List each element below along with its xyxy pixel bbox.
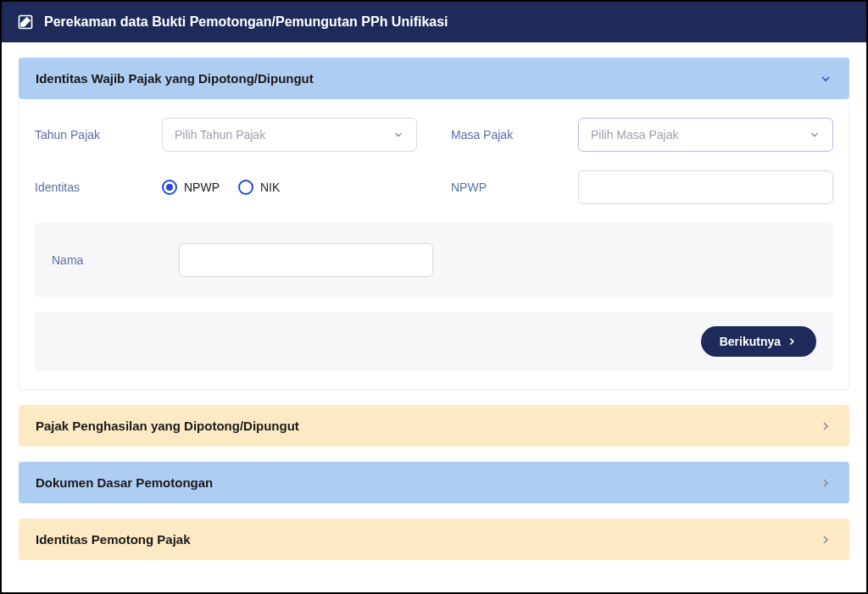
- accordion-title: Identitas Wajib Pajak yang Dipotong/Dipu…: [36, 71, 314, 86]
- label-nama: Nama: [52, 253, 179, 267]
- page-title: Perekaman data Bukti Pemotongan/Pemungut…: [44, 14, 448, 30]
- accordion-pph-dipotong: Pajak Penghasilan yang Dipotong/Dipungut: [19, 405, 849, 447]
- next-button[interactable]: Berikutnya: [701, 326, 816, 357]
- panel-identitas-wp: Tahun Pajak Pilih Tahun Pajak Masa Pajak…: [19, 99, 849, 390]
- accordion-dokumen-dasar: Dokumen Dasar Pemotongan: [19, 462, 849, 503]
- label-tahun-pajak: Tahun Pajak: [35, 128, 162, 142]
- subsection-nama: Nama: [35, 223, 833, 297]
- accordion-header-dokumen-dasar[interactable]: Dokumen Dasar Pemotongan: [19, 462, 849, 503]
- field-nama: Nama: [52, 243, 816, 277]
- accordion-title: Dokumen Dasar Pemotongan: [36, 475, 213, 490]
- select-tahun-pajak[interactable]: Pilih Tahun Pajak: [162, 118, 417, 152]
- accordion-header-identitas-pemotong[interactable]: Identitas Pemotong Pajak: [19, 519, 849, 560]
- radio-indicator: [238, 180, 253, 195]
- field-identitas: Identitas NPWP NIK: [35, 170, 417, 204]
- accordion-header-identitas-wp[interactable]: Identitas Wajib Pajak yang Dipotong/Dipu…: [19, 58, 849, 99]
- radio-npwp[interactable]: NPWP: [162, 180, 220, 195]
- select-placeholder: Pilih Tahun Pajak: [175, 128, 265, 142]
- accordion-title: Pajak Penghasilan yang Dipotong/Dipungut: [36, 419, 299, 433]
- chevron-right-icon: [786, 336, 798, 347]
- select-placeholder: Pilih Masa Pajak: [591, 128, 679, 142]
- content-area: Identitas Wajib Pajak yang Dipotong/Dipu…: [2, 42, 866, 592]
- row-periode: Tahun Pajak Pilih Tahun Pajak Masa Pajak…: [35, 118, 833, 152]
- radio-nik[interactable]: NIK: [238, 180, 280, 195]
- accordion-identitas-wp: Identitas Wajib Pajak yang Dipotong/Dipu…: [19, 58, 849, 390]
- select-masa-pajak[interactable]: Pilih Masa Pajak: [578, 118, 833, 152]
- field-tahun-pajak: Tahun Pajak Pilih Tahun Pajak: [35, 118, 417, 152]
- label-masa-pajak: Masa Pajak: [451, 128, 578, 142]
- page-header: Perekaman data Bukti Pemotongan/Pemungut…: [2, 2, 866, 42]
- chevron-right-icon: [819, 476, 832, 490]
- accordion-title: Identitas Pemotong Pajak: [36, 532, 191, 547]
- chevron-right-icon: [819, 533, 832, 547]
- radio-label: NIK: [260, 180, 280, 194]
- radio-label: NPWP: [184, 180, 220, 194]
- edit-icon: [17, 14, 34, 31]
- input-npwp[interactable]: [578, 170, 833, 204]
- action-bar: Berikutnya: [35, 313, 833, 370]
- input-nama[interactable]: [179, 243, 433, 277]
- chevron-right-icon: [819, 419, 832, 433]
- label-identitas: Identitas: [35, 180, 162, 194]
- field-masa-pajak: Masa Pajak Pilih Masa Pajak: [451, 118, 833, 152]
- field-npwp: NPWP: [451, 170, 833, 204]
- chevron-down-icon: [819, 72, 832, 86]
- radio-indicator: [162, 180, 177, 195]
- accordion-header-pph-dipotong[interactable]: Pajak Penghasilan yang Dipotong/Dipungut: [19, 405, 849, 447]
- chevron-down-icon: [392, 129, 404, 141]
- radio-group-identitas: NPWP NIK: [162, 180, 280, 195]
- row-identitas: Identitas NPWP NIK NPWP: [35, 170, 833, 204]
- chevron-down-icon: [809, 129, 821, 141]
- button-label: Berikutnya: [720, 335, 781, 348]
- label-npwp: NPWP: [451, 180, 578, 194]
- accordion-identitas-pemotong: Identitas Pemotong Pajak: [19, 519, 849, 560]
